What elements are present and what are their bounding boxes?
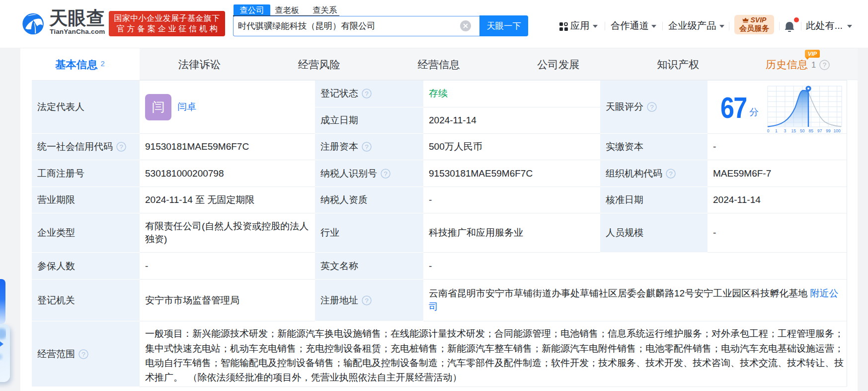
svg-text:?: ? <box>650 103 654 111</box>
svg-text:85: 85 <box>808 128 813 133</box>
svg-text:50: 50 <box>800 128 805 133</box>
svg-text:?: ? <box>81 350 85 358</box>
svg-text:?: ? <box>365 296 369 304</box>
svg-text:0: 0 <box>767 128 770 133</box>
svg-text:?: ? <box>119 143 123 151</box>
svg-text:1: 1 <box>775 128 778 133</box>
svg-text:?: ? <box>365 90 369 98</box>
svg-text:?: ? <box>669 170 673 177</box>
svg-text:3: 3 <box>784 128 787 133</box>
svg-text:100: 100 <box>834 128 841 133</box>
svg-text:?: ? <box>823 61 827 69</box>
svg-text:?: ? <box>384 170 388 177</box>
svg-text:?: ? <box>365 143 369 151</box>
svg-text:99: 99 <box>826 128 831 133</box>
svg-text:97: 97 <box>817 128 822 133</box>
svg-text:15: 15 <box>791 128 796 133</box>
